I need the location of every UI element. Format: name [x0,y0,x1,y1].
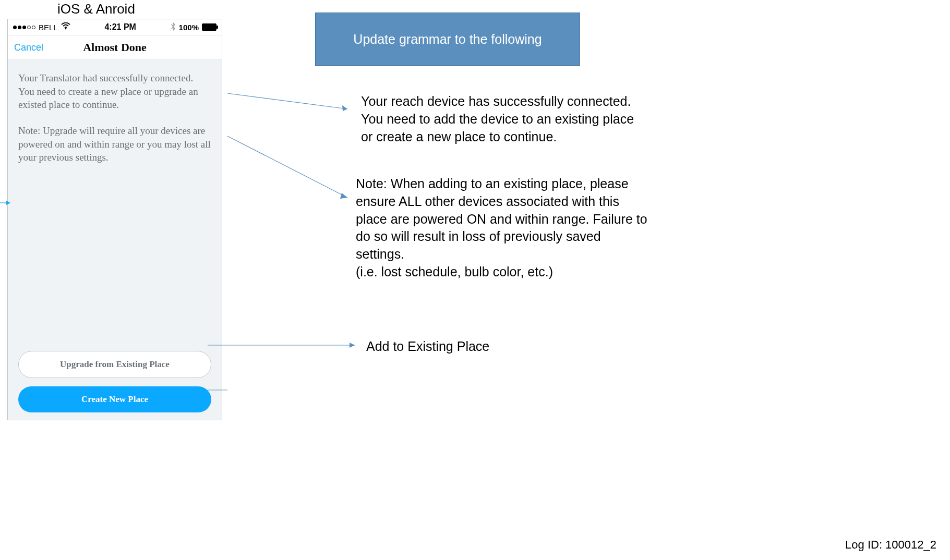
svg-marker-9 [350,343,355,348]
battery-icon [202,23,217,31]
update-grammar-banner: Update grammar to the following [315,13,580,66]
paragraph-2: Note: Upgrade will require all your devi… [18,124,211,164]
body-text: Your Translator had successfully connect… [8,60,222,164]
signal-dots-icon [13,26,35,29]
svg-marker-6 [340,193,347,199]
svg-line-5 [227,136,347,198]
revised-paragraph-2: Note: When adding to an existing place, … [356,175,648,281]
wifi-icon [61,22,70,32]
cancel-button[interactable]: Cancel [14,42,43,53]
svg-line-3 [227,93,347,109]
revised-button-label: Add to Existing Place [366,339,489,354]
bluetooth-icon [171,22,176,32]
status-bar: BELL 4:21 PM 100% [8,19,222,35]
log-id-label: Log ID: 100012_2 [845,538,936,552]
battery-pct-label: 100% [179,23,199,32]
clock-label: 4:21 PM [104,22,136,32]
phone-mock: BELL 4:21 PM 100% Cancel Almost Done You… [7,19,222,420]
revised-paragraph-1: Your reach device has successfully conne… [361,93,643,145]
paragraph-1: Your Translator had successfully connect… [18,71,211,112]
nav-bar: Cancel Almost Done [8,35,222,60]
upgrade-button[interactable]: Upgrade from Existing Place [18,351,211,378]
svg-point-0 [65,28,66,30]
platform-label: iOS & Anroid [57,1,135,17]
carrier-label: BELL [39,23,58,32]
button-stack: Upgrade from Existing Place Create New P… [8,343,222,412]
slide-canvas: iOS & Anroid BELL 4:21 PM 100% [0,0,950,560]
nav-title: Almost Done [83,41,147,54]
create-button[interactable]: Create New Place [18,386,211,412]
status-right: 100% [171,22,217,32]
svg-marker-4 [342,105,347,111]
status-left: BELL [13,22,70,32]
